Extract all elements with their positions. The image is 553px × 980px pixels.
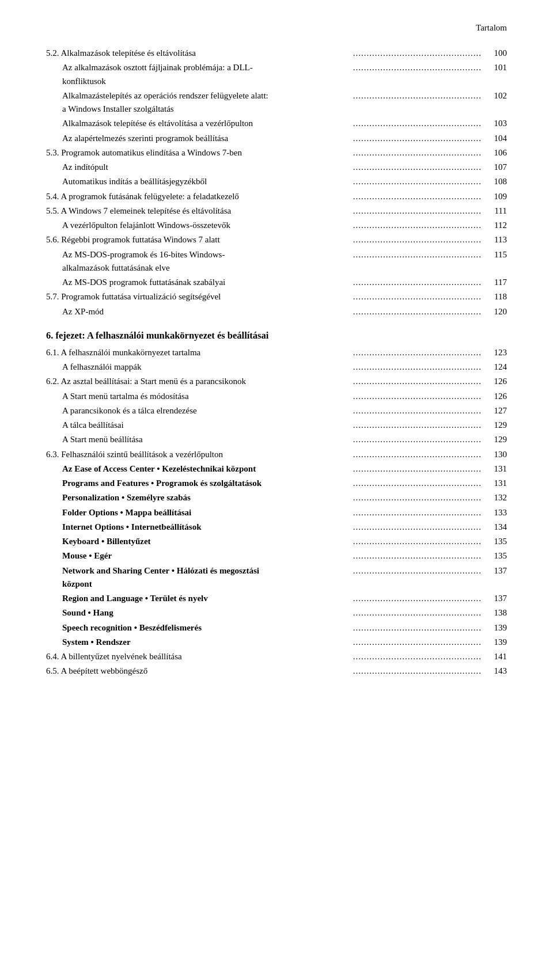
toc-text: Az alapértelmezés szerinti programok beá… <box>46 132 272 145</box>
toc-entry: Keyboard • Billentyűzet.................… <box>46 535 507 548</box>
toc-page: 104 <box>484 132 507 145</box>
toc-page: 139 <box>484 621 507 635</box>
toc-text: Internet Options • Internetbeállítások <box>46 521 272 534</box>
toc-entry: Az alapértelmezés szerinti programok beá… <box>46 132 507 145</box>
toc-dots: ........................................… <box>272 477 484 490</box>
toc-dots: ........................................… <box>272 117 484 130</box>
toc-dots: ........................................… <box>272 564 484 578</box>
toc-entry: A tálca beállításai.....................… <box>46 419 507 432</box>
toc-page: 126 <box>484 390 507 403</box>
toc-entry: A vezérlőpulton felajánlott Windows-össz… <box>46 219 507 232</box>
toc-dots: ........................................… <box>272 433 484 446</box>
toc-dots: ........................................… <box>272 491 484 504</box>
toc-dots: ........................................… <box>264 146 484 159</box>
toc-page: 131 <box>484 477 507 490</box>
toc-text: Alkalmazások telepítése és eltávolítása … <box>46 117 272 130</box>
toc-text: 6.3. Felhasználói szintű beállítások a v… <box>46 448 264 461</box>
toc-text: 5.4. A programok futásának felügyelete: … <box>46 190 264 203</box>
toc-page: 120 <box>484 305 507 318</box>
toc-page: 118 <box>484 290 507 303</box>
toc-page: 135 <box>484 535 507 548</box>
toc-dots: ........................................… <box>272 61 484 74</box>
toc-text: Automatikus indítás a beállításjegyzékbő… <box>46 175 272 188</box>
toc-page: 143 <box>484 664 507 678</box>
toc-dots: ........................................… <box>272 248 484 261</box>
toc-dots: ........................................… <box>272 219 484 232</box>
toc-entry: Az alkalmazások osztott fájljainak probl… <box>46 61 507 88</box>
toc-dots: ........................................… <box>272 621 484 635</box>
toc-entry: 5.4. A programok futásának felügyelete: … <box>46 190 507 203</box>
toc-entry: 6.4. A billentyűzet nyelvének beállítása… <box>46 650 507 663</box>
toc-page: 102 <box>484 89 507 102</box>
toc-text: Personalization • Személyre szabás <box>46 491 272 504</box>
toc-entry: Programs and Features • Programok és szo… <box>46 477 507 490</box>
toc-text: Az XP-mód <box>46 305 272 318</box>
toc-page: 135 <box>484 549 507 563</box>
toc-text: 5.7. Programok futtatása virtualizáció s… <box>46 290 264 303</box>
toc-dots: ........................................… <box>272 521 484 534</box>
toc-page: 137 <box>484 564 507 578</box>
toc-text: A tálca beállításai <box>46 419 272 432</box>
toc-dots: ........................................… <box>272 276 484 289</box>
toc-entry: System • Rendszer.......................… <box>46 636 507 649</box>
toc-dots: ........................................… <box>272 606 484 620</box>
toc-entry: A Start menü beállítása.................… <box>46 433 507 446</box>
toc-dots: ........................................… <box>264 650 484 663</box>
toc-dots: ........................................… <box>272 132 484 145</box>
toc-page: 126 <box>484 375 507 388</box>
toc-entry: 6.5. A beépített webböngésző............… <box>46 664 507 678</box>
toc-page: 127 <box>484 404 507 417</box>
toc-dots: ........................................… <box>272 390 484 403</box>
toc-entry: Sound • Hang............................… <box>46 606 507 620</box>
toc-page: 129 <box>484 433 507 446</box>
toc-page: 129 <box>484 419 507 432</box>
toc-entry: Az indítópult...........................… <box>46 161 507 174</box>
toc-page: 137 <box>484 592 507 605</box>
toc-page: 134 <box>484 521 507 534</box>
toc-text: A parancsikonok és a tálca elrendezése <box>46 404 272 417</box>
toc-page: 103 <box>484 117 507 130</box>
toc-entry: Network and Sharing Center • Hálózati és… <box>46 564 507 591</box>
toc-page: 131 <box>484 462 507 476</box>
toc-dots: ........................................… <box>264 233 484 246</box>
toc-page: 108 <box>484 175 507 188</box>
toc-entry: A felhasználói mappák...................… <box>46 360 507 374</box>
toc-dots: ........................................… <box>272 305 484 318</box>
toc-text: Az MS-DOS-programok és 16-bites Windows-… <box>46 248 272 275</box>
toc-dots: ........................................… <box>272 419 484 432</box>
toc-page: 130 <box>484 448 507 461</box>
chapter-heading: 6. fejezet: A felhasználói munkakörnyeze… <box>46 330 507 341</box>
toc-dots: ........................................… <box>264 204 484 218</box>
toc-entry: 6.1. A felhasználói munkakörnyezet tarta… <box>46 346 507 359</box>
toc-text: Alkalmazástelepítés az operációs rendsze… <box>46 89 272 116</box>
toc-dots: ........................................… <box>272 592 484 605</box>
toc-text: Az alkalmazások osztott fájljainak probl… <box>46 61 272 88</box>
toc-entry: Internet Options • Internetbeállítások..… <box>46 521 507 534</box>
toc-entry: 5.6. Régebbi programok futtatása Windows… <box>46 233 507 246</box>
toc-dots: ........................................… <box>272 175 484 188</box>
toc-entry: Alkalmazástelepítés az operációs rendsze… <box>46 89 507 116</box>
toc-entry: 5.2. Alkalmazások telepítése és eltávolí… <box>46 47 507 60</box>
toc-entry: Personalization • Személyre szabás......… <box>46 491 507 504</box>
toc-entry: Az Ease of Access Center • Kezeléstechni… <box>46 462 507 476</box>
toc-entry: 5.7. Programok futtatása virtualizáció s… <box>46 290 507 303</box>
toc-entry: Speech recognition • Beszédfelismerés...… <box>46 621 507 635</box>
toc-page: 101 <box>484 61 507 74</box>
toc-text: 6.5. A beépített webböngésző <box>46 664 264 678</box>
toc-page: 113 <box>484 233 507 246</box>
toc-dots: ........................................… <box>272 535 484 548</box>
toc-dots: ........................................… <box>272 462 484 476</box>
toc-text: System • Rendszer <box>46 636 272 649</box>
toc-page: 109 <box>484 190 507 203</box>
toc-text: Folder Options • Mappa beállításai <box>46 506 272 519</box>
toc-dots: ........................................… <box>272 506 484 519</box>
toc-entry: Automatikus indítás a beállításjegyzékbő… <box>46 175 507 188</box>
toc-entry: Region and Language • Terület és nyelv..… <box>46 592 507 605</box>
toc-text: A Start menü beállítása <box>46 433 272 446</box>
toc-text: Keyboard • Billentyűzet <box>46 535 272 548</box>
toc-text: 5.6. Régebbi programok futtatása Windows… <box>46 233 264 246</box>
toc-dots: ........................................… <box>272 404 484 417</box>
toc-text: Sound • Hang <box>46 606 272 620</box>
toc-text: 6.1. A felhasználói munkakörnyezet tarta… <box>46 346 264 359</box>
toc-entry: 5.3. Programok automatikus elindítása a … <box>46 146 507 159</box>
